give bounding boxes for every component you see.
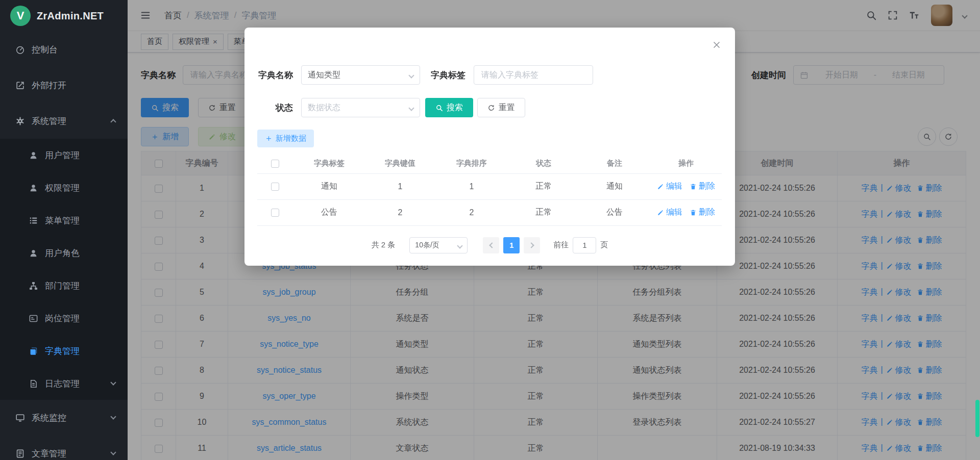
sidebar-item-console[interactable]: 控制台 — [0, 32, 128, 67]
status-select[interactable]: 数据状态 — [301, 98, 420, 117]
sidebar-item-external[interactable]: 外部打开 — [0, 67, 128, 103]
page-goto-input[interactable] — [573, 237, 596, 253]
dict-label-input[interactable] — [474, 65, 593, 85]
user-permission-icon — [29, 183, 38, 193]
page-size-value: 10条/页 — [415, 241, 439, 250]
edit-link[interactable]: 编辑 — [657, 207, 682, 218]
data-value-cell: 2 — [365, 199, 435, 225]
trash-icon — [690, 183, 697, 190]
sidebar-item-label: 文章管理 — [32, 448, 66, 459]
data-sort-cell: 1 — [435, 173, 508, 199]
external-link-icon — [15, 81, 25, 90]
chevron-down-icon — [111, 382, 115, 385]
add-dict-data-label: 新增数据 — [276, 134, 306, 143]
page-unit-label: 页 — [600, 240, 608, 250]
prev-page-button[interactable] — [483, 237, 499, 253]
edit-link[interactable]: 编辑 — [657, 181, 682, 192]
data-label-cell: 通知 — [293, 173, 365, 199]
pagination-total: 共 2 条 — [372, 240, 396, 250]
pencil-icon — [657, 183, 664, 190]
article-icon — [15, 449, 25, 458]
dict-name-select-value: 通知类型 — [308, 70, 340, 81]
header-dict-label: 字典标签 — [293, 154, 365, 173]
pencil-icon — [657, 209, 664, 216]
dictionary-icon — [29, 346, 38, 356]
chevron-down-icon — [458, 241, 462, 249]
dialog-reset-button[interactable]: 重置 — [477, 98, 525, 117]
refresh-icon — [487, 104, 495, 112]
sidebar-item-label: 字典管理 — [45, 345, 80, 357]
select-all-checkbox[interactable] — [271, 160, 279, 168]
plus-icon — [265, 135, 273, 142]
sidebar-menu: 控制台 外部打开 系统管理 用户管理 权限管理 — [0, 32, 128, 460]
scrollbar-thumb[interactable] — [975, 400, 979, 437]
sidebar-item-label: 用户角色 — [45, 247, 80, 259]
sidebar-item-label: 部门管理 — [45, 280, 80, 292]
chevron-down-icon — [409, 70, 413, 80]
close-icon — [712, 40, 722, 50]
chevron-up-icon — [111, 118, 115, 124]
sidebar-item-label: 外部打开 — [32, 80, 66, 91]
sidebar-item-menus[interactable]: 菜单管理 — [0, 204, 128, 237]
dict-data-table: 字典标签 字典键值 字典排序 状态 备注 操作 通知11正常通知编辑删除公告22… — [257, 154, 722, 226]
sidebar-item-posts[interactable]: 岗位管理 — [0, 302, 128, 335]
sidebar-item-label: 用户管理 — [45, 149, 80, 161]
dict-data-row: 通知11正常通知编辑删除 — [257, 173, 722, 199]
row-checkbox[interactable] — [271, 183, 279, 191]
dialog-dict-name-label: 字典名称 — [257, 69, 293, 81]
sidebar-item-monitor[interactable]: 系统监控 — [0, 400, 128, 436]
sidebar-item-articles[interactable]: 文章管理 — [0, 436, 128, 460]
sidebar-item-label: 控制台 — [32, 44, 58, 56]
current-page-button[interactable]: 1 — [503, 237, 520, 253]
next-page-button[interactable] — [524, 237, 540, 253]
sidebar-item-permissions[interactable]: 权限管理 — [0, 171, 128, 204]
dialog-reset-label: 重置 — [499, 103, 515, 113]
delete-link[interactable]: 删除 — [690, 207, 715, 218]
sidebar: V ZrAdmin.NET 控制台 外部打开 系统管理 用户管理 — [0, 0, 128, 460]
dialog-search-button[interactable]: 搜索 — [425, 98, 473, 117]
dialog-search-label: 搜索 — [447, 103, 463, 113]
user-role-icon — [29, 248, 38, 258]
header-dict-sort: 字典排序 — [435, 154, 508, 173]
delete-link[interactable]: 删除 — [690, 181, 715, 192]
sidebar-item-users[interactable]: 用户管理 — [0, 139, 128, 171]
chevron-down-icon — [111, 417, 115, 419]
dialog-close-button[interactable] — [712, 40, 722, 50]
status-select-placeholder: 数据状态 — [308, 103, 340, 113]
user-icon — [29, 150, 38, 160]
chevron-down-icon — [409, 103, 413, 112]
logo-icon: V — [10, 6, 31, 26]
dialog-table-header-row: 字典标签 字典键值 字典排序 状态 备注 操作 — [257, 154, 722, 173]
page-size-select[interactable]: 10条/页 — [409, 237, 468, 253]
sidebar-item-dictionary[interactable]: 字典管理 — [0, 335, 128, 367]
trash-icon — [690, 209, 697, 216]
add-dict-data-button[interactable]: 新增数据 — [257, 130, 314, 147]
header-status: 状态 — [508, 154, 579, 173]
header-dict-value: 字典键值 — [365, 154, 435, 173]
app-logo: V ZrAdmin.NET — [0, 0, 128, 32]
dict-name-select[interactable]: 通知类型 — [301, 65, 420, 85]
dialog-dict-label-label: 字典标签 — [430, 69, 465, 81]
data-remark-cell: 通知 — [579, 173, 650, 199]
sidebar-item-label: 日志管理 — [45, 378, 80, 390]
data-label-cell: 公告 — [293, 199, 365, 225]
dialog-query-row-1: 字典名称 通知类型 字典标签 — [257, 65, 722, 85]
sidebar-item-label: 菜单管理 — [45, 215, 80, 226]
sidebar-item-label: 系统监控 — [32, 412, 66, 424]
goto-label: 前往 — [553, 240, 569, 250]
sidebar-item-departments[interactable]: 部门管理 — [0, 269, 128, 302]
chevron-down-icon — [111, 452, 115, 454]
header-operations: 操作 — [650, 154, 722, 173]
data-sort-cell: 2 — [435, 199, 508, 225]
row-checkbox[interactable] — [271, 209, 279, 217]
header-checkbox-cell — [257, 154, 293, 173]
data-remark-cell: 公告 — [579, 199, 650, 225]
sidebar-item-user-roles[interactable]: 用户角色 — [0, 237, 128, 269]
dialog-query-row-2: 状态 数据状态 搜索 重置 — [257, 98, 722, 117]
post-badge-icon — [29, 314, 38, 323]
header-remark: 备注 — [579, 154, 650, 173]
sidebar-item-system[interactable]: 系统管理 — [0, 103, 128, 139]
log-icon — [29, 379, 38, 389]
dashboard-icon — [15, 45, 25, 55]
sidebar-item-logs[interactable]: 日志管理 — [0, 367, 128, 400]
